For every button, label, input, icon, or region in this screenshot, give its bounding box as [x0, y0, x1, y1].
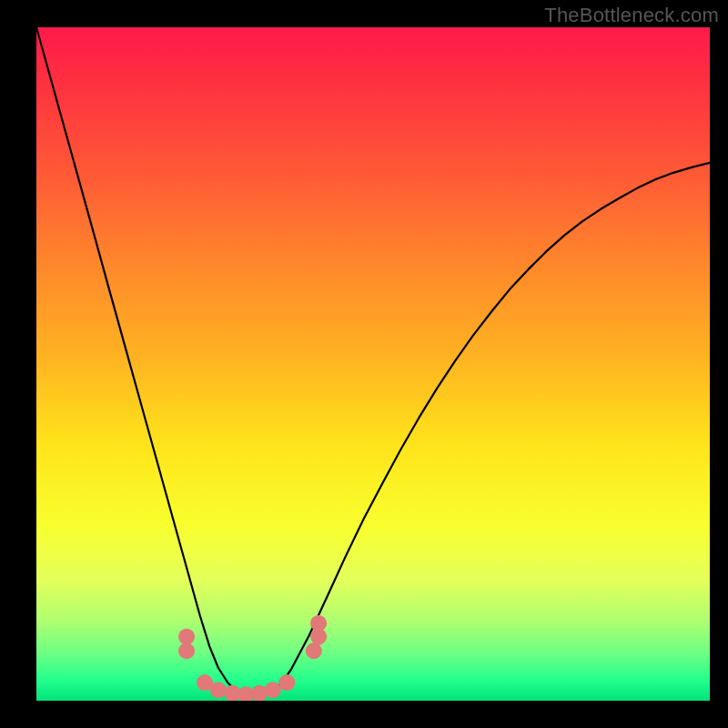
marker-dot	[278, 674, 295, 691]
marker-dot	[210, 682, 227, 698]
chart-frame: TheBottleneck.com	[0, 0, 728, 728]
marker-dot	[306, 642, 322, 659]
marker-band	[178, 615, 327, 701]
marker-dot	[178, 629, 195, 645]
watermark-text: TheBottleneck.com	[544, 4, 719, 27]
marker-dot	[265, 682, 281, 698]
marker-dot	[178, 642, 195, 659]
marker-dot	[310, 615, 327, 632]
chart-svg	[36, 27, 710, 701]
plot-area	[36, 27, 710, 701]
bottleneck-curve	[36, 27, 710, 698]
